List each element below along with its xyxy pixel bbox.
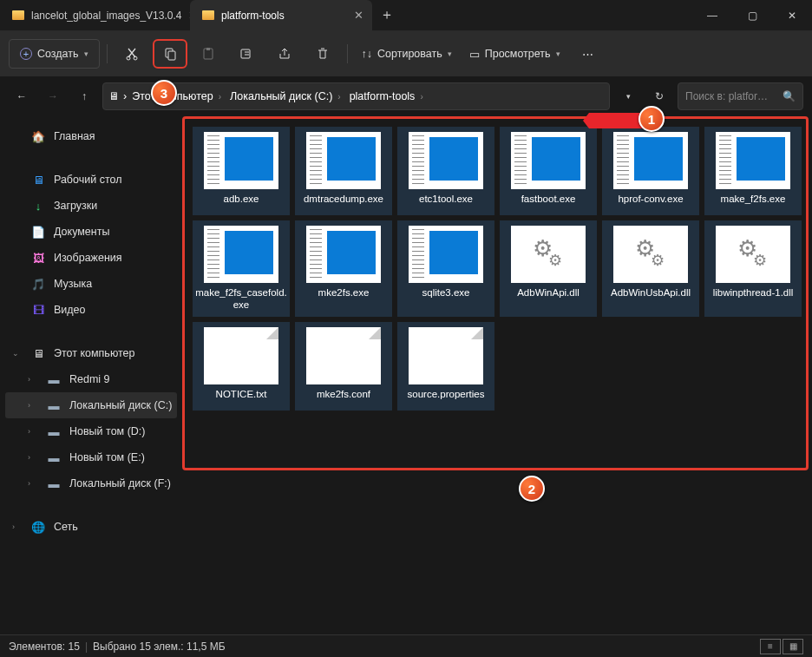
forward-button[interactable]: → [40,83,66,109]
file-grid: adb.exedmtracedump.exeetc1tool.exefastbo… [189,123,805,414]
sidebar-quick-item[interactable]: ↓Загрузки [5,193,177,219]
address-bar[interactable]: 🖥› Этот компьютер› Локальный диск (C:)› … [102,82,610,110]
sidebar-home[interactable]: 🏠Главная [5,123,177,149]
sidebar-drive-item[interactable]: ›▬Redmi 9 [5,366,177,392]
expand-icon[interactable]: › [28,401,30,410]
annotation-badge-1: 1 [638,106,665,132]
breadcrumb[interactable]: platform-tools› [348,89,427,104]
file-name: sqlite3.exe [421,283,472,309]
new-tab-button[interactable]: ＋ [372,6,402,24]
sidebar-quick-item[interactable]: 🎵Музыка [5,271,177,297]
file-thumb [409,226,483,283]
tab-label: platform-tools [221,10,285,22]
expand-icon[interactable]: › [12,522,15,531]
sort-button[interactable]: ↑↓ Сортировать ▾ [355,39,459,69]
sort-icon: ↑↓ [362,48,373,60]
file-item[interactable]: mke2fs.conf [295,322,392,411]
file-name: AdbWinApi.dll [515,283,581,309]
file-item[interactable]: adb.exe [193,127,290,215]
folder-icon: 🖥 [31,174,45,186]
delete-button[interactable] [305,39,340,69]
sidebar-drive-item[interactable]: ›▬Новый том (E:) [5,444,177,470]
file-name: make_f2fs.exe [719,189,788,215]
tab-inactive[interactable]: lancelot_global_images_V13.0.4 ✕ [0,0,187,31]
file-item[interactable]: mke2fs.exe [295,220,392,317]
svg-rect-5 [206,48,210,50]
svg-rect-3 [168,51,175,60]
drive-icon: ▬ [47,451,61,463]
maximize-button[interactable]: ▢ [732,0,772,31]
expand-icon[interactable]: › [28,453,30,462]
file-item[interactable]: hprof-conv.exe [602,127,699,215]
file-item[interactable]: libwinpthread-1.dll [704,220,802,317]
new-button[interactable]: + Создать ▾ [9,39,100,69]
file-item[interactable]: etc1tool.exe [397,127,494,215]
file-item[interactable]: make_f2fs.exe [704,127,802,215]
folder-icon: ↓ [31,200,45,212]
home-icon: 🏠 [31,130,45,142]
sidebar-drive-item[interactable]: ›▬Локальный диск (F:) [5,470,177,496]
sidebar-quick-item[interactable]: 🎞Видео [5,297,177,323]
file-thumb [511,132,586,189]
minimize-button[interactable]: ― [692,0,732,31]
window-controls: ― ▢ ✕ [692,0,812,31]
file-thumb [306,132,381,189]
up-button[interactable]: ↑ [71,83,97,109]
file-item[interactable]: fastboot.exe [500,127,597,215]
copy-button[interactable] [153,39,187,69]
tab-active[interactable]: platform-tools ✕ [190,0,372,31]
expand-icon[interactable]: › [28,427,30,436]
close-button[interactable]: ✕ [772,0,812,31]
file-name: make_f2fs_casefold.exe [193,283,290,317]
search-input[interactable]: Поиск в: platfor… 🔍 [678,82,803,110]
expand-icon[interactable]: › [28,479,30,488]
sidebar-quick-item[interactable]: 🖼Изображения [5,245,177,271]
file-name: NOTICE.txt [214,384,269,411]
expand-icon[interactable]: › [28,375,30,384]
file-item[interactable]: sqlite3.exe [397,220,494,317]
paste-button[interactable] [191,39,226,69]
cut-button[interactable] [115,39,149,69]
drive-icon: ▬ [47,373,61,385]
file-thumb [716,226,790,283]
file-name: fastboot.exe [520,189,578,215]
close-icon[interactable]: ✕ [354,9,363,22]
file-item[interactable]: make_f2fs_casefold.exe [193,220,290,317]
file-name: mke2fs.conf [315,384,372,411]
breadcrumb[interactable]: Этот компьютер› [130,89,225,104]
annotation-badge-3: 3 [151,80,177,106]
sidebar-drive-item[interactable]: ›▬Новый том (D:) [5,418,177,444]
more-button[interactable]: ⋯ [571,39,606,69]
file-name: etc1tool.exe [417,189,475,215]
sidebar-thispc[interactable]: ⌄🖥Этот компьютер [5,340,177,366]
sidebar-network[interactable]: ›🌐Сеть [5,514,177,540]
view-icon: ▭ [469,48,480,61]
file-item[interactable]: dmtracedump.exe [295,127,392,215]
expand-icon[interactable]: ⌄ [12,349,19,358]
view-details-button[interactable]: ≡ [760,639,781,654]
address-dropdown[interactable]: ▾ [615,83,641,109]
sidebar-drive-item[interactable]: ›▬Локальный диск (C:) [5,392,177,418]
file-name: hprof-conv.exe [616,189,684,215]
drive-icon: ▬ [47,399,61,411]
file-item[interactable]: NOTICE.txt [193,322,290,411]
status-bar: Элементов: 15 | Выбрано 15 элем.: 11,5 М… [0,634,812,657]
file-pane[interactable]: adb.exedmtracedump.exeetc1tool.exefastbo… [182,116,812,634]
file-item[interactable]: AdbWinApi.dll [500,220,597,317]
view-icons-button[interactable]: ▦ [783,639,803,654]
file-thumb [204,226,278,283]
network-icon: 🌐 [31,521,45,533]
share-button[interactable] [267,39,302,69]
file-item[interactable]: source.properties [397,322,494,411]
view-button[interactable]: ▭ Просмотреть ▾ [462,39,567,69]
status-count: Элементов: 15 [9,641,80,653]
rename-button[interactable] [229,39,264,69]
file-name: adb.exe [222,189,261,215]
sidebar-quick-item[interactable]: 📄Документы [5,219,177,245]
file-item[interactable]: AdbWinUsbApi.dll [602,220,699,317]
breadcrumb[interactable]: Локальный диск (C:)› [228,89,344,104]
file-thumb [204,327,278,384]
back-button[interactable]: ← [9,83,35,109]
file-thumb [409,132,483,189]
sidebar-quick-item[interactable]: 🖥Рабочий стол [5,167,177,193]
